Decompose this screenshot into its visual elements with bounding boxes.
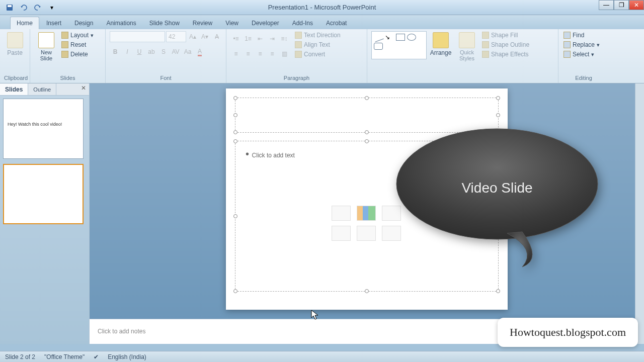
group-font: 42 A▴ A▾ A̶ B I U ab S AV Aa A Font bbox=[106, 29, 226, 83]
bullets-button[interactable]: •≡ bbox=[230, 33, 242, 44]
group-clipboard: Paste Clipboard bbox=[0, 29, 30, 83]
align-right-button[interactable]: ≡ bbox=[255, 48, 266, 59]
new-slide-label: New Slide bbox=[40, 49, 52, 61]
tab-animations[interactable]: Animations bbox=[100, 17, 142, 29]
slide-thumb-1[interactable]: Hey! Watch this cool video! bbox=[3, 99, 84, 159]
line-spacing-button[interactable]: ≡↕ bbox=[279, 33, 290, 44]
qat-more-icon[interactable]: ▾ bbox=[46, 2, 57, 13]
slide-counter: Slide 2 of 2 bbox=[5, 353, 35, 360]
grow-font-icon[interactable]: A▴ bbox=[187, 31, 198, 42]
tab-slideshow[interactable]: Slide Show bbox=[143, 17, 186, 29]
paste-label: Paste bbox=[7, 49, 23, 56]
font-color-button[interactable]: A bbox=[194, 46, 205, 57]
underline-button[interactable]: U bbox=[134, 46, 145, 57]
clipboard-group-label: Clipboard bbox=[4, 75, 26, 82]
save-icon[interactable] bbox=[4, 2, 15, 13]
minimize-button[interactable]: — bbox=[599, 0, 614, 10]
panel-close-icon[interactable]: ✕ bbox=[78, 83, 89, 95]
clear-format-icon[interactable]: A̶ bbox=[211, 31, 222, 42]
quick-styles-button[interactable]: Quick Styles bbox=[455, 31, 479, 62]
line-shape-icon bbox=[373, 32, 384, 42]
tab-insert[interactable]: Insert bbox=[40, 17, 67, 29]
shape-effects-button[interactable]: Shape Effects bbox=[481, 50, 530, 58]
convert-smartart-button[interactable]: Convert bbox=[294, 50, 342, 58]
language-status[interactable]: English (India) bbox=[108, 353, 146, 360]
shapes-gallery[interactable]: ↘ bbox=[371, 31, 427, 59]
slide-panel: Slides Outline ✕ Hey! Watch this cool vi… bbox=[0, 83, 90, 344]
callout-text: Video Slide bbox=[461, 180, 532, 196]
text-direction-button[interactable]: Text Direction bbox=[294, 31, 342, 39]
undo-icon[interactable] bbox=[18, 2, 29, 13]
tab-design[interactable]: Design bbox=[68, 17, 99, 29]
delete-icon bbox=[61, 51, 68, 58]
select-button[interactable]: Select ▾ bbox=[562, 50, 601, 58]
numbering-button[interactable]: 1≡ bbox=[243, 33, 254, 44]
bold-button[interactable]: B bbox=[110, 46, 121, 57]
insert-clipart-icon[interactable] bbox=[357, 226, 376, 241]
font-size-input[interactable]: 42 bbox=[166, 31, 186, 42]
select-icon bbox=[564, 51, 571, 58]
paste-button[interactable]: Paste bbox=[4, 31, 26, 57]
reset-button[interactable]: Reset bbox=[60, 41, 95, 49]
maximize-button[interactable]: ❐ bbox=[614, 0, 629, 10]
tab-developer[interactable]: Developer bbox=[246, 17, 285, 29]
align-text-button[interactable]: Align Text bbox=[294, 41, 342, 49]
window-controls: — ❐ ✕ bbox=[599, 0, 644, 10]
arrange-button[interactable]: Arrange bbox=[429, 31, 453, 57]
justify-button[interactable]: ≡ bbox=[267, 48, 278, 59]
shape-outline-button[interactable]: Shape Outline bbox=[481, 41, 530, 49]
spellcheck-icon[interactable]: ✔ bbox=[94, 353, 99, 360]
delete-button[interactable]: Delete bbox=[60, 50, 95, 58]
align-left-button[interactable]: ≡ bbox=[230, 48, 242, 59]
slides-tab[interactable]: Slides bbox=[0, 83, 28, 95]
replace-button[interactable]: Replace ▾ bbox=[562, 41, 601, 49]
tab-addins[interactable]: Add-Ins bbox=[286, 17, 319, 29]
italic-button[interactable]: I bbox=[122, 46, 133, 57]
shape-fill-icon bbox=[482, 32, 489, 39]
rect-shape-icon bbox=[396, 34, 405, 41]
quick-access-toolbar: ▾ bbox=[0, 2, 57, 13]
change-case-button[interactable]: Aa bbox=[182, 46, 193, 57]
edit-area: • Click to add text bbox=[90, 83, 644, 344]
status-bar: Slide 2 of 2 "Office Theme" ✔ English (I… bbox=[0, 351, 644, 362]
tab-review[interactable]: Review bbox=[187, 17, 218, 29]
watermark: Howtoquest.blogspot.com bbox=[498, 318, 638, 347]
char-spacing-button[interactable]: AV bbox=[170, 46, 181, 57]
find-button[interactable]: Find bbox=[562, 31, 601, 39]
indent-dec-button[interactable]: ⇤ bbox=[255, 33, 266, 44]
insert-chart-icon[interactable] bbox=[357, 206, 376, 221]
tab-home[interactable]: Home bbox=[10, 17, 39, 29]
shape-effects-icon bbox=[482, 51, 489, 58]
theme-name: "Office Theme" bbox=[44, 353, 85, 360]
tab-acrobat[interactable]: Acrobat bbox=[320, 17, 353, 29]
shape-outline-icon bbox=[482, 41, 489, 48]
layout-button[interactable]: Layout ▾ bbox=[60, 31, 95, 39]
close-button[interactable]: ✕ bbox=[629, 0, 644, 10]
notes-placeholder: Click to add notes bbox=[98, 328, 145, 335]
indent-inc-button[interactable]: ⇥ bbox=[267, 33, 278, 44]
shape-fill-button[interactable]: Shape Fill bbox=[481, 31, 530, 39]
align-center-button[interactable]: ≡ bbox=[243, 48, 254, 59]
font-family-input[interactable] bbox=[110, 31, 165, 42]
title-bar: ▾ Presentation1 - Microsoft PowerPoint —… bbox=[0, 0, 644, 15]
quick-styles-icon bbox=[459, 32, 475, 48]
insert-table-icon[interactable] bbox=[332, 206, 351, 221]
thumbnails: Hey! Watch this cool video! bbox=[0, 96, 89, 344]
shrink-font-icon[interactable]: A▾ bbox=[199, 31, 210, 42]
svg-rect-1 bbox=[8, 5, 12, 7]
insert-picture-icon[interactable] bbox=[332, 226, 351, 241]
slide-thumb-2[interactable] bbox=[3, 164, 84, 224]
columns-button[interactable]: ▥ bbox=[279, 48, 290, 59]
window-title: Presentation1 - Microsoft PowerPoint bbox=[268, 4, 376, 11]
vertical-scrollbar[interactable] bbox=[635, 83, 644, 344]
shadow-button[interactable]: S bbox=[158, 46, 169, 57]
group-slides: New Slide Layout ▾ Reset Delete Slides bbox=[30, 29, 106, 83]
strike-button[interactable]: ab bbox=[146, 46, 157, 57]
redo-icon[interactable] bbox=[32, 2, 43, 13]
outline-tab[interactable]: Outline bbox=[28, 83, 56, 95]
find-icon bbox=[564, 32, 571, 39]
new-slide-button[interactable]: New Slide bbox=[34, 31, 58, 62]
editing-group-label: Editing bbox=[562, 75, 605, 82]
tab-view[interactable]: View bbox=[219, 17, 245, 29]
text-direction-icon bbox=[295, 32, 302, 39]
